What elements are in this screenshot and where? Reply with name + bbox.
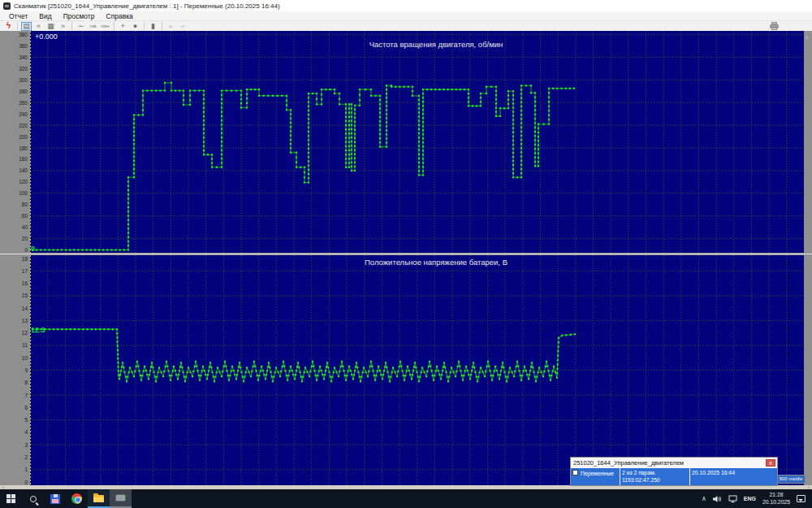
recording-duration: 1193:02:47.250 — [622, 476, 688, 484]
svg-text:0: 0 — [31, 245, 35, 253]
menu-item[interactable]: Вид — [33, 12, 57, 20]
start-button[interactable] — [0, 489, 22, 508]
y-axis-tick-label: 240 — [0, 111, 28, 117]
panel-title: 251020_1644_Управление_двигателем — [571, 458, 777, 468]
network-icon[interactable] — [728, 495, 737, 503]
y-axis-tick-label: 160 — [0, 156, 28, 162]
move-cursor-icon[interactable]: + — [118, 22, 128, 31]
page-left-icon[interactable]: « — [33, 22, 44, 31]
font-larger-icon[interactable]: a↑ — [178, 22, 188, 31]
y-axis-tick-label: 40 — [0, 224, 28, 230]
menu-item[interactable]: Отчет — [3, 12, 33, 20]
y-axis-tick-label: 15 — [0, 293, 28, 298]
volume-icon[interactable] — [713, 495, 722, 503]
search-button[interactable] — [22, 489, 44, 508]
y-axis-tick-label: 4 — [0, 429, 28, 435]
y-axis-tick-label: 11 — [0, 342, 28, 348]
toolbar-separator — [17, 22, 18, 30]
recording-params: 2 из 2 парам. — [622, 469, 688, 476]
time-div-icon[interactable]: ms — [88, 22, 98, 31]
window-title: Сканматик [251020_1644_Управление_двигат… — [14, 2, 280, 10]
y-axis-tick-label: 20 — [0, 236, 28, 241]
taskbar: ∧ ENG 21:28 20.10.2025 — [0, 489, 812, 508]
y-axis-tick-label: 0 — [0, 480, 28, 485]
variables-page-icon[interactable]: ▤ — [21, 22, 32, 31]
timebase-combobox[interactable]: 500 ms/div ∨ — [776, 475, 806, 484]
y-axis-tick-label: 1 — [0, 467, 28, 472]
toolbar-separator — [114, 22, 114, 30]
y-axis-tick-label: 300 — [0, 77, 28, 83]
chart-area: Частота вращения двигателя, об/мин0+0.00… — [0, 31, 812, 489]
y-axis-tick-label: 280 — [0, 89, 28, 94]
hidden-icons-chevron-icon[interactable]: ∧ — [702, 495, 706, 502]
panel-close-button[interactable]: x — [766, 459, 775, 467]
action-center-icon[interactable] — [797, 495, 806, 502]
y-axis-tick-label: 100 — [0, 190, 28, 196]
menu-item[interactable]: Справка — [101, 12, 139, 20]
y-axis-tick-label: 8 — [0, 380, 28, 385]
floppy-app-icon — [50, 494, 60, 504]
recording-row[interactable]: Переменные 2 из 2 парам. 1193:02:47.250 … — [571, 468, 777, 485]
y-axis-tick-label: 260 — [0, 100, 28, 106]
grid-view-icon[interactable]: ▦ — [45, 22, 56, 31]
taskbar-app-chrome[interactable] — [66, 489, 88, 508]
recording-name: Переменные — [581, 470, 614, 477]
recording-datetime: 20.10.2025 16:44 — [689, 468, 777, 485]
window-titlebar: Сканматик [251020_1644_Управление_двигат… — [0, 0, 812, 11]
toolbar-separator — [144, 22, 145, 30]
font-smaller-icon[interactable]: a↓ — [166, 22, 176, 31]
toolbar: ϟ▤«▦»∼msmv++●▮a↓a↑ — [0, 21, 812, 31]
toolbar-separator — [162, 22, 162, 30]
toolbar-separator — [71, 22, 72, 30]
y-axis-tick-label: 320 — [0, 66, 28, 72]
scroll-up-arrow-icon[interactable]: ∧ — [806, 34, 809, 40]
taskbar-app-floppy[interactable] — [44, 489, 66, 508]
folder-icon — [93, 495, 104, 502]
cursor-values-icon[interactable]: mv+ — [100, 22, 110, 31]
y-axis-tick-label: 60 — [0, 213, 28, 219]
print-icon[interactable] — [769, 22, 780, 30]
recording-info-panel[interactable]: 251020_1644_Управление_двигателем x Пере… — [570, 457, 778, 486]
y-axis-tick-label: 14 — [0, 306, 28, 311]
y-axis-tick-label: 80 — [0, 202, 28, 207]
system-tray: ∧ ENG 21:28 20.10.2025 — [702, 492, 812, 506]
page-right-icon[interactable]: » — [58, 22, 68, 31]
y-axis-tick-label: 12 — [0, 330, 28, 336]
y-axis-tick-label: 7 — [0, 393, 28, 398]
signal-wave-icon[interactable]: ∼ — [76, 22, 86, 31]
y-axis-tick-label: 340 — [0, 54, 28, 60]
save-icon[interactable]: ▮ — [148, 22, 158, 31]
chevron-down-icon[interactable]: ∨ — [808, 477, 811, 484]
y-axis-tick-label: 180 — [0, 145, 28, 151]
disconnect-icon[interactable]: ϟ — [3, 22, 14, 31]
clock-date: 20.10.2025 — [762, 499, 790, 506]
app-icon — [3, 2, 11, 10]
taskbar-app-explorer[interactable] — [88, 489, 110, 508]
scanmatik-icon — [115, 494, 126, 501]
y-axis-tick-label: 5 — [0, 417, 28, 423]
windows-logo-icon — [6, 494, 15, 503]
y-axis-tick-label: 6 — [0, 405, 28, 410]
marker-icon[interactable]: ● — [130, 22, 140, 31]
voltage-chart-plot: Положительное напряжение батареи, В12.3 — [30, 255, 804, 485]
y-axis-tick-label: 3 — [0, 442, 28, 448]
y-axis-tick-label: 360 — [0, 43, 28, 49]
y-axis-tick-label: 17 — [0, 268, 28, 274]
y-axis-tick-label: 200 — [0, 134, 28, 140]
y-axis-tick-label: 2 — [0, 454, 28, 460]
taskbar-app-scanmatik[interactable] — [110, 489, 132, 508]
y-axis-tick-label: 380 — [0, 32, 28, 37]
y-axis-tick-label: 13 — [0, 318, 28, 323]
y-axis-tick-label: 18 — [0, 256, 28, 262]
y-axis-tick-label: 9 — [0, 367, 28, 373]
clock-time: 21:28 — [762, 492, 790, 499]
checkbox[interactable] — [572, 470, 578, 475]
svg-text:Частота вращения двигателя, об: Частота вращения двигателя, об/мин — [369, 40, 503, 49]
y-axis-tick-label: 220 — [0, 123, 28, 128]
language-indicator[interactable]: ENG — [744, 496, 756, 501]
taskbar-clock[interactable]: 21:28 20.10.2025 — [762, 492, 790, 506]
y-axis-tick-label: 120 — [0, 179, 28, 185]
menu-item[interactable]: Просмотр — [58, 12, 101, 20]
y-axis-tick-label: 16 — [0, 280, 28, 286]
svg-text:Положительное напряжение батар: Положительное напряжение батареи, В — [365, 258, 508, 267]
